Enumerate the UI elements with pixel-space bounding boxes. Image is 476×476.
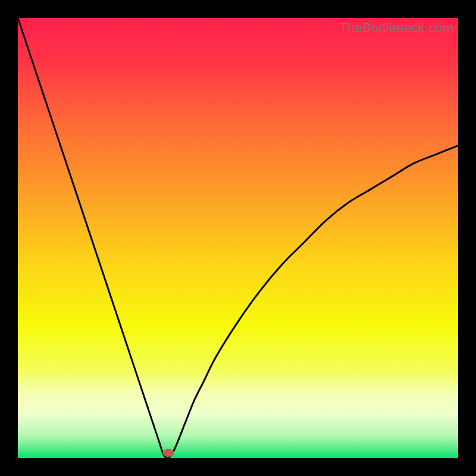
- watermark-text: TheBottleneck.com: [339, 20, 453, 36]
- chart-container: TheBottleneck.com: [0, 0, 476, 476]
- plot-area: TheBottleneck.com: [18, 18, 458, 458]
- bottleneck-curve: [18, 18, 458, 458]
- min-marker: [162, 449, 174, 456]
- curve-layer: [18, 18, 458, 458]
